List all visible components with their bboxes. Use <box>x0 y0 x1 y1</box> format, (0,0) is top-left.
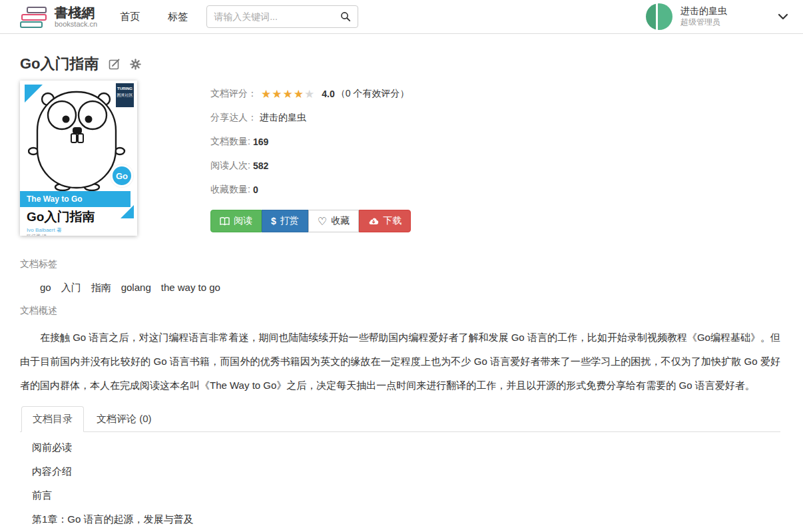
search-button[interactable] <box>340 11 351 22</box>
tags-section-title: 文档标签 <box>20 258 780 270</box>
fav-count-value: 0 <box>253 184 258 195</box>
tag-item[interactable]: golang <box>121 282 151 294</box>
tab-comments[interactable]: 文档评论 (0) <box>85 406 163 432</box>
action-buttons: 阅读 $ 打赏 ♡ 收藏 下载 <box>210 210 411 232</box>
star-icon: ★ <box>272 87 282 101</box>
user-name: 进击的皇虫 <box>680 5 727 17</box>
overview-section-title: 文档概述 <box>20 305 780 317</box>
tag-item[interactable]: 入门 <box>61 282 81 294</box>
tag-item[interactable]: the way to go <box>161 282 220 294</box>
rating-row: 文档评分： ★ ★ ★ ★ ★ 4.0 （0 个有效评分） <box>210 82 411 106</box>
search-input[interactable] <box>214 11 340 22</box>
overview-text: 在接触 Go 语言之后，对这门编程语言非常着迷，期间也陆陆续续开始一些帮助国内编… <box>20 326 780 398</box>
reward-button[interactable]: $ 打赏 <box>262 210 308 232</box>
rating-score: 4.0 <box>322 89 334 99</box>
go-logo-circle: Go <box>111 164 133 187</box>
read-button[interactable]: 阅读 <box>210 210 262 232</box>
cover-corner-decoration <box>121 205 134 218</box>
edit-icon <box>109 58 121 70</box>
star-icon: ★ <box>304 87 315 101</box>
toc-item[interactable]: 内容介绍 <box>32 459 780 483</box>
cloud-download-icon <box>368 217 379 225</box>
rating-label: 文档评分： <box>210 88 257 100</box>
toc-list: 阅前必读 内容介绍 前言 第1章：Go 语言的起源，发展与普及 第2章：安装与运… <box>20 435 780 532</box>
tag-item[interactable]: go <box>40 282 51 294</box>
fav-count-row: 收藏数量: 0 <box>210 178 411 202</box>
chevron-down-icon <box>778 13 788 20</box>
site-header: 書棧網 bookstack.cn 首页 标签 进击的皇虫 超级管理员 <box>0 0 803 34</box>
tag-list: go 入门 指南 golang the way to go <box>20 282 780 294</box>
read-count-row: 阅读人次: 582 <box>210 154 411 178</box>
tab-toc[interactable]: 文档目录 <box>21 406 84 432</box>
search-box <box>206 5 358 28</box>
logo-title: 書棧網 <box>55 5 97 20</box>
toc-item[interactable]: 第1章：Go 语言的起源，发展与普及 <box>32 507 780 531</box>
nav-home[interactable]: 首页 <box>120 11 140 23</box>
edit-book-button[interactable] <box>109 58 121 70</box>
download-button[interactable]: 下载 <box>359 210 411 232</box>
logo-domain: bookstack.cn <box>55 20 97 28</box>
doc-count-row: 文档数量: 169 <box>210 130 411 154</box>
main-nav: 首页 标签 <box>120 11 188 23</box>
nav-tags[interactable]: 标签 <box>168 11 188 23</box>
dollar-icon: $ <box>271 216 276 226</box>
main-content: Go入门指南 <box>0 54 803 532</box>
rating-note: （0 个有效评分） <box>336 88 409 100</box>
user-role: 超级管理员 <box>680 17 727 28</box>
sharer-row: 分享达人： 进击的皇虫 <box>210 106 411 130</box>
book-cover[interactable]: TURING 图灵社区 <box>20 81 137 236</box>
star-rating: ★ ★ ★ ★ ★ <box>261 87 315 101</box>
read-count-value: 582 <box>253 160 268 171</box>
cover-translator: 陈佳骅 译 <box>27 233 47 236</box>
cover-banner: The Way to Go <box>20 191 131 207</box>
star-icon: ★ <box>294 87 304 101</box>
gear-icon <box>130 59 141 70</box>
book-stack-icon <box>20 6 48 28</box>
settings-button[interactable] <box>130 59 141 70</box>
search-icon <box>340 11 351 22</box>
doc-count-value: 169 <box>253 136 268 147</box>
avatar[interactable] <box>646 3 672 30</box>
tab-bar: 文档目录 文档评论 (0) <box>20 406 780 432</box>
collect-button[interactable]: ♡ 收藏 <box>308 210 359 232</box>
heart-icon: ♡ <box>318 215 327 228</box>
page-title: Go入门指南 <box>20 54 99 74</box>
tag-item[interactable]: 指南 <box>91 282 111 294</box>
book-icon <box>220 217 230 226</box>
cover-title: Go入门指南 <box>27 208 95 226</box>
star-icon: ★ <box>261 87 272 101</box>
user-menu-toggle[interactable] <box>778 13 788 20</box>
toc-item[interactable]: 前言 <box>32 483 780 507</box>
sharer-value: 进击的皇虫 <box>260 112 306 124</box>
toc-item[interactable]: 阅前必读 <box>32 435 780 459</box>
site-logo[interactable]: 書棧網 bookstack.cn <box>20 5 97 28</box>
star-icon: ★ <box>283 87 294 101</box>
